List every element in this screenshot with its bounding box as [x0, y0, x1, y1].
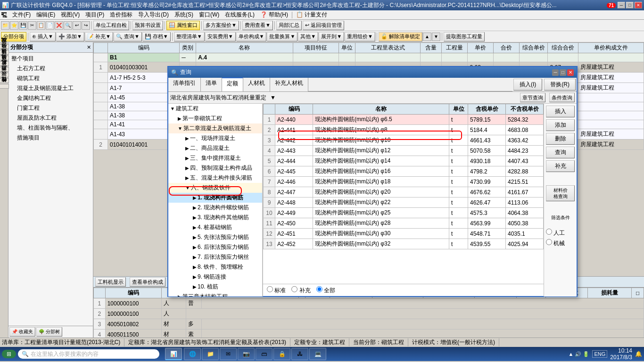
- tree-node-ch2-6[interactable]: ▼六、钢筋及铁件: [168, 183, 262, 193]
- close-btn[interactable]: ✕: [635, 2, 642, 8]
- tab-quota[interactable]: 定额: [222, 77, 243, 91]
- btn-budget-setting[interactable]: 预算书设置: [132, 21, 163, 30]
- menu-project[interactable]: 项目(P): [83, 10, 107, 19]
- tree-node-ch3[interactable]: ▶第三章木结构工程: [168, 292, 262, 296]
- tree-item-concrete[interactable]: 混凝土及钢筋混凝土工: [9, 83, 92, 93]
- quota-row[interactable]: 12 A2-451 现浇构件圆钢筋(mm以内) φ30 t 4548.71 40…: [264, 229, 544, 239]
- dialog-minimize-btn[interactable]: ─: [552, 69, 559, 76]
- btn-replace-dialog[interactable]: 替换(R): [544, 79, 576, 90]
- tb-icon-10[interactable]: ↪: [82, 21, 90, 30]
- tree-node-ch2-2[interactable]: ▶二、商品混凝土: [168, 143, 262, 153]
- btn-delete-row[interactable]: 删除: [546, 133, 575, 145]
- tree-node-rebar-connect[interactable]: ▶9. 钢筋连接: [168, 272, 262, 282]
- btn-insert[interactable]: ⊕ 插入▼: [30, 32, 56, 41]
- tree-node-ch2[interactable]: ▼第二章混凝土及钢筋混凝土: [168, 123, 262, 133]
- tree-node-prestress1[interactable]: ▶5. 先张法预应力钢筋: [168, 232, 262, 242]
- tb-icon-2[interactable]: ⭐: [10, 21, 18, 30]
- radio-machine[interactable]: 机械: [546, 239, 575, 247]
- tree-item-roofing[interactable]: 屋面及防水工程: [9, 113, 92, 123]
- tree-node-iron-part[interactable]: ▶8. 铁件、预埋螺栓: [168, 262, 262, 272]
- tree-node-ch2-3[interactable]: ▶三、集中搅拌混凝土: [168, 153, 262, 163]
- tb-icon-down[interactable]: ▼: [432, 33, 440, 41]
- btn-other[interactable]: 其他▼: [298, 32, 318, 41]
- filter-chapter[interactable]: 章节查询: [520, 93, 545, 102]
- radio-all[interactable]: 全部: [316, 286, 335, 295]
- bottom-table-row[interactable]: 2 1000000100 人: [94, 309, 644, 319]
- sidebar-close-btn[interactable]: ✕: [87, 44, 91, 50]
- tb-icon-3[interactable]: 💾: [19, 21, 27, 30]
- btn-cost-view[interactable]: 费用查看▼: [242, 21, 273, 30]
- btn-section-item[interactable]: 分部分项: [1, 32, 26, 41]
- menu-system[interactable]: 系统(S): [172, 10, 196, 19]
- notification-icon[interactable]: 🔔: [635, 351, 642, 357]
- tree-item-measure[interactable]: 措施项目: [9, 133, 92, 143]
- quota-row[interactable]: 4 A2-443 现浇构件圆钢筋(mm以内) φ12 t 5070.58 448…: [264, 146, 544, 156]
- start-button[interactable]: ⊞: [2, 350, 16, 358]
- tree-node-other-rebar[interactable]: ▶3. 现浇构件其他钢筋: [168, 213, 262, 222]
- quota-row[interactable]: 2 A2-441 现浇构件圆钢筋(mm以内) φ8 t 5184.4 4683.…: [264, 125, 544, 135]
- tab-project-overview[interactable]: 工程概况: [0, 44, 9, 49]
- taskbar-search[interactable]: 🔍 在这里输入你要搜索的内容: [18, 349, 159, 359]
- btn-multi-plan[interactable]: 多方案报价▼: [203, 21, 239, 30]
- tab-list[interactable]: 清单: [201, 78, 222, 91]
- taskbar-app-3[interactable]: ✉: [220, 348, 237, 360]
- quota-row[interactable]: 10 A2-449 现浇构件圆钢筋(mm以内) φ25 t 4575.3 406…: [264, 208, 544, 218]
- btn-property-window[interactable]: 🪟 属性窗口: [166, 21, 200, 30]
- btn-insert-row[interactable]: 插入: [546, 106, 575, 117]
- taskbar-app-5[interactable]: 🗃: [256, 348, 272, 360]
- menu-edit[interactable]: 编辑(E): [33, 10, 58, 19]
- tb-icon-9[interactable]: ↩: [73, 21, 81, 30]
- tree-item-masonry[interactable]: 砌筑工程: [9, 74, 92, 83]
- tab-fee-summary[interactable]: 费用汇总: [0, 73, 9, 77]
- btn-view-unit-price[interactable]: 查看单价构成: [130, 277, 165, 287]
- tab-list-guide[interactable]: 清单指引: [168, 78, 201, 91]
- quota-row[interactable]: 5 A2-444 现浇构件圆钢筋(mm以内) φ14 t 4930.18 440…: [264, 156, 544, 166]
- btn-supplement-row[interactable]: 补充: [546, 160, 575, 172]
- tab-material[interactable]: 人材机: [243, 78, 270, 91]
- tab-report[interactable]: 报表: [0, 78, 9, 83]
- btn-organize-list[interactable]: 整理清单▼: [174, 32, 205, 41]
- tree-item-door[interactable]: 门窗工程: [9, 103, 92, 113]
- table-row[interactable]: B1 ─ A.4: [94, 53, 644, 62]
- taskbar-app-6[interactable]: 🔒: [273, 348, 290, 360]
- menu-online[interactable]: 在线服务(L): [222, 10, 257, 19]
- db-selector-arrow[interactable]: ▼: [270, 94, 276, 101]
- tree-item-metal[interactable]: 金属结构工程: [9, 93, 92, 103]
- radio-supplement[interactable]: 补充: [291, 286, 310, 295]
- btn-show-material[interactable]: 工料机显示: [95, 277, 126, 287]
- btn-add-row[interactable]: 添加: [546, 119, 575, 131]
- lang-indicator[interactable]: ENG: [592, 350, 607, 358]
- tab-measure-items[interactable]: 措施项目: [0, 56, 9, 60]
- btn-query[interactable]: 🔍 查询▼: [114, 32, 142, 41]
- btn-query-row[interactable]: 查询: [546, 147, 575, 158]
- btn-bookmark[interactable]: 📌 收藏夹: [9, 327, 35, 337]
- minimize-btn[interactable]: ─: [618, 2, 625, 8]
- filter-condition[interactable]: 条件查询: [549, 93, 575, 102]
- bottom-table-row[interactable]: 4 4005011500 材 素: [94, 329, 644, 338]
- tab-section-items[interactable]: 分部分项: [0, 50, 9, 55]
- menu-file[interactable]: 文件(F): [9, 10, 33, 19]
- menu-help[interactable]: ❓ 帮助(H): [257, 10, 291, 19]
- tree-node-prestress2[interactable]: ▶6. 后张法预应力钢筋: [168, 242, 262, 252]
- bottom-table-row[interactable]: 3 4005010802 材 多: [94, 319, 644, 329]
- quota-row[interactable]: 3 A2-442 现浇构件圆钢筋(mm以内) φ10 t 4661.43 436…: [264, 135, 544, 146]
- radio-labor[interactable]: 人工: [546, 229, 575, 237]
- quota-row[interactable]: 8 A2-447 现浇构件圆钢筋(mm以内) φ20 t 4676.62 416…: [264, 187, 544, 197]
- btn-section-tree[interactable]: 🌳 分部树: [36, 327, 62, 337]
- taskbar-app-8[interactable]: 💻: [309, 348, 326, 360]
- radio-standard[interactable]: 标准: [267, 286, 286, 295]
- tb-icon-7[interactable]: ❌: [55, 21, 63, 30]
- quota-row[interactable]: 1 A2-440 现浇构件圆钢筋(mm以内) φ6.5 t 5789.15 52…: [264, 115, 544, 125]
- tb-icon-6[interactable]: 📄: [46, 21, 54, 30]
- bottom-table-row[interactable]: 1 1000000100 人 普: [94, 298, 644, 309]
- tb-icon-4[interactable]: ✂: [28, 21, 36, 30]
- tree-node-ch2-1[interactable]: ▶一、现场拌混凝土: [168, 133, 262, 143]
- tree-item-earthwork[interactable]: 土石方工程: [9, 64, 92, 74]
- btn-add[interactable]: ➕ 添加▼: [56, 32, 84, 41]
- tree-node-ch1[interactable]: ▶第一章砌筑工程: [168, 114, 262, 123]
- tree-node-prestress3[interactable]: ▶7. 后张法预应力钢丝: [168, 252, 262, 262]
- taskbar-app-2[interactable]: 📁: [202, 348, 219, 360]
- menu-view[interactable]: 视图(V): [58, 10, 83, 19]
- taskbar-app-1[interactable]: 🌐: [184, 348, 201, 360]
- tab-other-items[interactable]: 其他项目: [0, 61, 9, 66]
